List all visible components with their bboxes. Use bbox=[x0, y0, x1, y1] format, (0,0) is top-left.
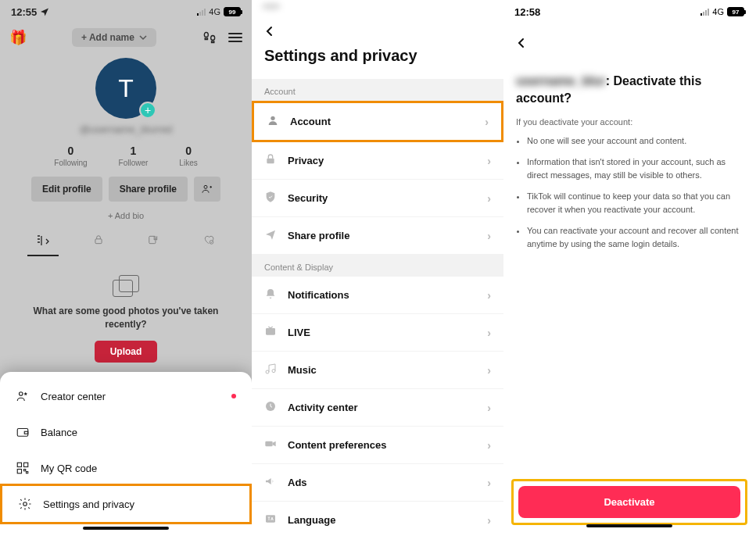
screen-deactivate: 12:58 4G 97 username_blur: Deactivate th… bbox=[503, 0, 755, 536]
status-bar: --:-- bbox=[252, 0, 503, 12]
sheet-settings-privacy[interactable]: Settings and privacy bbox=[0, 484, 252, 524]
notification-dot bbox=[231, 394, 236, 398]
chevron-right-icon: › bbox=[487, 439, 491, 452]
status-time: --:-- bbox=[263, 0, 280, 12]
network-label: 4G bbox=[712, 7, 724, 16]
chevron-right-icon: › bbox=[487, 514, 491, 527]
row-label: Content preferences bbox=[288, 439, 386, 451]
ads-icon bbox=[264, 475, 277, 490]
chevron-right-icon: › bbox=[487, 230, 491, 242]
row-privacy[interactable]: Privacy › bbox=[252, 142, 503, 180]
tab-lock[interactable] bbox=[83, 230, 114, 256]
home-indicator[interactable] bbox=[586, 524, 672, 527]
avatar[interactable]: T + bbox=[95, 58, 156, 119]
add-bio-link[interactable]: + Add bio bbox=[0, 211, 252, 220]
svg-rect-7 bbox=[17, 463, 21, 466]
row-ads[interactable]: Ads› bbox=[252, 464, 503, 502]
status-time: 12:55 bbox=[11, 6, 37, 18]
gift-icon[interactable]: 🎁 bbox=[9, 29, 27, 46]
row-content-preferences[interactable]: Content preferences› bbox=[252, 427, 503, 464]
add-name-label: + Add name bbox=[81, 32, 134, 43]
row-notifications[interactable]: Notifications› bbox=[252, 277, 503, 314]
share-profile-button[interactable]: Share profile bbox=[109, 177, 188, 202]
row-label: Security bbox=[288, 192, 328, 204]
svg-point-0 bbox=[204, 185, 207, 188]
footsteps-icon[interactable] bbox=[202, 30, 217, 45]
blurred-username: username_blur bbox=[516, 74, 606, 88]
row-label: Share profile bbox=[288, 230, 349, 241]
screen-profile: 12:55 4G 99 🎁 + Add name T + @username_b… bbox=[0, 0, 252, 536]
tab-heart[interactable] bbox=[193, 230, 224, 256]
home-indicator[interactable] bbox=[83, 527, 169, 530]
bullet-item: You can reactivate your account and reco… bbox=[527, 224, 743, 251]
row-live[interactable]: LIVE› bbox=[252, 314, 503, 352]
stats-row: 0Following 1Follower 0Likes bbox=[0, 145, 252, 167]
deactivate-highlight: Deactivate bbox=[511, 479, 747, 525]
suggestion-text: What are some good photos you've taken r… bbox=[31, 305, 220, 331]
back-button[interactable] bbox=[516, 31, 743, 59]
settings-header: Settings and privacy bbox=[252, 12, 503, 79]
row-label: Account bbox=[290, 116, 331, 127]
row-activity-center[interactable]: Activity center› bbox=[252, 389, 503, 427]
profile-tabs bbox=[0, 230, 252, 256]
row-label: Activity center bbox=[288, 402, 358, 413]
deactivate-title: username_blur: Deactivate this account? bbox=[503, 63, 755, 113]
row-security[interactable]: Security › bbox=[252, 180, 503, 217]
profile-area: T + @username_blurred 0Following 1Follow… bbox=[0, 52, 252, 366]
balance-icon bbox=[16, 425, 30, 439]
avatar-plus-icon[interactable]: + bbox=[139, 102, 156, 119]
add-friend-button[interactable] bbox=[194, 177, 220, 202]
profile-topbar: 🎁 + Add name bbox=[0, 23, 252, 52]
chevron-right-icon: › bbox=[487, 155, 491, 167]
language-icon bbox=[264, 513, 277, 527]
chevron-left-icon bbox=[264, 26, 275, 37]
shield-icon bbox=[264, 191, 277, 205]
stat-likes[interactable]: 0Likes bbox=[179, 145, 197, 167]
svg-rect-5 bbox=[17, 429, 28, 437]
avatar-letter: T bbox=[118, 74, 134, 103]
section-content-label: Content & Display bbox=[252, 255, 503, 277]
section-account-label: Account bbox=[252, 79, 503, 101]
music-icon bbox=[264, 363, 277, 377]
stat-followers[interactable]: 1Follower bbox=[119, 145, 149, 167]
deactivate-button[interactable]: Deactivate bbox=[518, 486, 740, 518]
status-bar: 12:55 4G 99 bbox=[0, 0, 252, 23]
deactivate-header bbox=[503, 23, 755, 63]
chevron-right-icon: › bbox=[487, 364, 491, 377]
upload-suggestion: What are some good photos you've taken r… bbox=[0, 256, 252, 363]
bullet-item: TikTok will continue to keep your data s… bbox=[527, 190, 743, 216]
row-label: LIVE bbox=[288, 327, 310, 338]
location-icon bbox=[40, 7, 49, 16]
tab-grid[interactable] bbox=[27, 230, 59, 256]
sheet-qr-code[interactable]: My QR code bbox=[0, 450, 252, 486]
add-name-dropdown[interactable]: + Add name bbox=[72, 28, 156, 47]
edit-profile-button[interactable]: Edit profile bbox=[31, 177, 102, 202]
row-account[interactable]: Account › bbox=[252, 101, 503, 142]
back-button[interactable] bbox=[264, 20, 491, 47]
person-icon bbox=[267, 114, 279, 129]
video-icon bbox=[264, 438, 277, 452]
screen-settings: --:-- Settings and privacy Account Accou… bbox=[252, 0, 503, 536]
row-label: Ads bbox=[288, 477, 307, 488]
row-share-profile[interactable]: Share profile › bbox=[252, 217, 503, 255]
tab-bookmark[interactable] bbox=[138, 230, 169, 256]
signal-icon bbox=[197, 8, 206, 16]
svg-rect-13 bbox=[266, 328, 275, 335]
bell-icon bbox=[264, 288, 277, 302]
upload-button[interactable]: Upload bbox=[95, 341, 158, 363]
sheet-label: Settings and privacy bbox=[43, 498, 134, 510]
chevron-right-icon: › bbox=[487, 289, 491, 302]
menu-icon[interactable] bbox=[228, 33, 242, 42]
sheet-balance[interactable]: Balance bbox=[0, 414, 252, 450]
chevron-right-icon: › bbox=[487, 192, 491, 205]
bullet-item: Information that isn't stored in your ac… bbox=[527, 155, 743, 182]
row-music[interactable]: Music› bbox=[252, 352, 503, 389]
stat-following[interactable]: 0Following bbox=[54, 145, 87, 167]
qr-code-icon bbox=[16, 461, 30, 475]
chevron-right-icon: › bbox=[487, 327, 491, 339]
sheet-creator-center[interactable]: Creator center bbox=[0, 378, 252, 414]
username: @username_blurred bbox=[0, 123, 252, 135]
bullet-item: No one will see your account and content… bbox=[527, 134, 743, 148]
row-language[interactable]: Language› bbox=[252, 502, 503, 536]
row-label: Privacy bbox=[288, 155, 324, 166]
